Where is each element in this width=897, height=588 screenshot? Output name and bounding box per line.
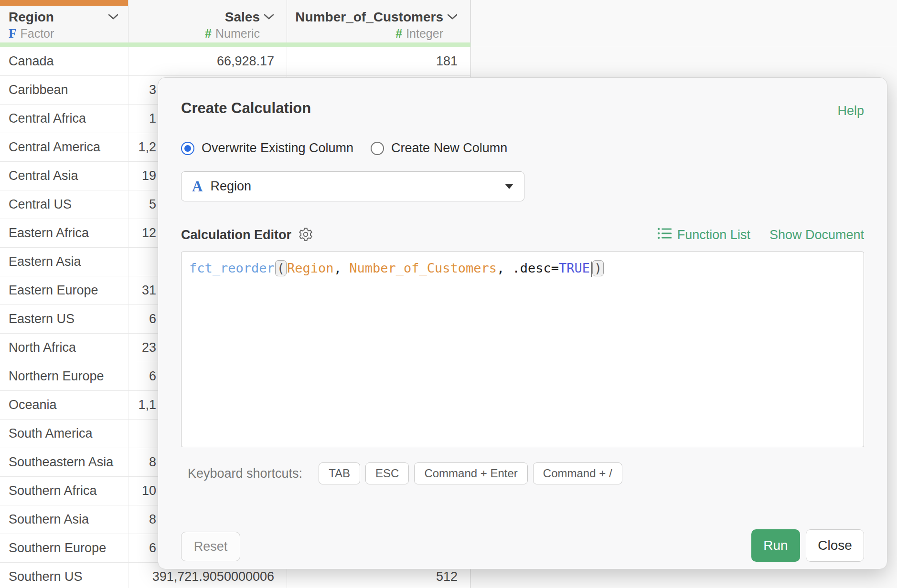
code-token-column: Region — [287, 261, 334, 275]
chevron-down-icon[interactable] — [108, 13, 118, 21]
region-cell: Southeastern Asia — [9, 455, 113, 470]
region-cell: Central US — [9, 197, 72, 212]
column-header-sales[interactable]: Sales # Numeric — [128, 0, 287, 42]
keyboard-shortcut-key: Command + / — [533, 462, 622, 484]
keyboard-shortcuts: Keyboard shortcuts: TABESCCommand + Ente… — [188, 462, 622, 484]
radio-label: Create New Column — [391, 141, 507, 156]
region-cell: Oceania — [9, 398, 57, 412]
calculation-editor[interactable]: fct_reorder(Region, Number_of_Customers,… — [181, 252, 864, 447]
sales-cell: 6 — [128, 312, 156, 326]
keyboard-shortcut-key: ESC — [365, 462, 409, 484]
selected-column-accent-bar — [0, 0, 128, 6]
code-token-plain: , — [334, 261, 350, 275]
sales-cell: 3 — [128, 83, 156, 97]
column-type-label: Factor — [21, 27, 54, 41]
region-cell: Caribbean — [9, 83, 68, 97]
column-type: # Numeric — [205, 27, 260, 40]
region-cell: Southern Asia — [9, 512, 89, 527]
region-cell: North Africa — [9, 340, 76, 355]
function-list-link[interactable]: Function List — [657, 227, 750, 243]
column-header-number-of-customers[interactable]: Number_of_Customers # Integer — [287, 0, 470, 42]
show-document-link[interactable]: Show Document — [769, 228, 864, 242]
radio-label: Overwrite Existing Column — [202, 141, 353, 156]
region-cell: Southern US — [9, 569, 83, 584]
region-cell: Central Asia — [9, 168, 78, 183]
radio-selected-icon[interactable] — [181, 142, 194, 155]
region-cell: Central Africa — [9, 111, 86, 126]
run-button[interactable]: Run — [751, 529, 800, 562]
sales-cell: 12 — [128, 226, 156, 241]
chevron-down-icon[interactable] — [264, 13, 274, 21]
target-column-mode: Overwrite Existing Column Create New Col… — [181, 141, 507, 156]
dialog-title: Create Calculation — [181, 100, 311, 117]
calculation-editor-header: Calculation Editor Function List — [181, 227, 864, 243]
sales-cell: 1 — [128, 111, 156, 126]
customers-cell: 181 — [436, 54, 458, 69]
column-type: # Integer — [295, 27, 443, 40]
sales-cell: 23 — [128, 340, 156, 355]
code-token-plain: , — [497, 261, 513, 275]
code-token-column: Number_of_Customers — [349, 261, 497, 275]
column-select-value: Region — [210, 179, 251, 194]
code-token-plain: .desc= — [513, 261, 559, 275]
sales-cell: 8 — [128, 512, 156, 527]
table-row[interactable]: Canada 66,928.17 181 — [0, 47, 470, 76]
function-list-label: Function List — [677, 228, 750, 242]
region-cell: Northern Europe — [9, 369, 104, 384]
customers-cell: 512 — [436, 569, 458, 584]
region-cell: Southern Africa — [9, 483, 97, 498]
header-bottom-divider — [470, 47, 897, 47]
calculation-expression[interactable]: fct_reorder(Region, Number_of_Customers,… — [189, 259, 856, 278]
region-cell: Eastern Africa — [9, 226, 89, 241]
column-title: Sales — [205, 10, 260, 25]
sales-cell: 19 — [128, 168, 156, 183]
column-select[interactable]: A Region — [181, 171, 524, 201]
keyboard-shortcut-key: Command + Enter — [414, 462, 527, 484]
sales-cell: 66,928.17 — [217, 54, 274, 69]
create-new-column-option[interactable]: Create New Column — [371, 141, 507, 156]
column-header-region[interactable]: Region F Factor — [0, 0, 128, 42]
help-link[interactable]: Help — [837, 104, 864, 118]
code-token-function: fct_reorder — [189, 261, 275, 275]
integer-type-icon: # — [395, 27, 402, 41]
editor-settings-button[interactable] — [298, 227, 313, 243]
code-token-paren: ) — [592, 260, 604, 276]
region-cell: Eastern Europe — [9, 283, 98, 298]
keyboard-shortcuts-label: Keyboard shortcuts: — [188, 466, 302, 481]
radio-unselected-icon[interactable] — [371, 142, 384, 155]
factor-type-icon: F — [9, 26, 17, 41]
sales-cell: 6 — [128, 541, 156, 556]
text-cursor — [591, 262, 592, 277]
region-cell: Central America — [9, 140, 100, 155]
keyboard-shortcut-key: TAB — [319, 462, 360, 484]
numeric-type-icon: # — [205, 27, 212, 41]
shortcut-key-list: TABESCCommand + EnterCommand + / — [319, 462, 622, 484]
sales-cell: 31 — [128, 283, 156, 298]
close-button[interactable]: Close — [806, 529, 864, 562]
column-type-label: Numeric — [215, 27, 260, 41]
column-type-label: Integer — [406, 27, 443, 41]
column-title: Region — [9, 10, 54, 25]
create-calculation-dialog: Create Calculation Help Overwrite Existi… — [158, 77, 887, 569]
region-cell: Canada — [9, 54, 54, 69]
sales-cell: 10 — [128, 483, 156, 498]
reset-button[interactable]: Reset — [181, 532, 240, 561]
overwrite-existing-column-option[interactable]: Overwrite Existing Column — [181, 141, 353, 156]
sales-cell: 5 — [128, 197, 156, 212]
gear-icon — [298, 227, 313, 243]
chevron-down-icon[interactable] — [447, 13, 458, 21]
sales-cell: 1,1 — [128, 398, 156, 412]
sales-cell: 1,2 — [128, 140, 156, 155]
sales-cell: 391,721.9050000006 — [152, 569, 274, 584]
dropdown-caret-icon — [505, 184, 513, 189]
region-cell: Southern Europe — [9, 541, 106, 556]
code-token-paren: ( — [275, 260, 287, 276]
table-header-row: Region F Factor Sales # Numeric — [0, 0, 470, 42]
region-cell: South America — [9, 426, 93, 441]
calculation-editor-label: Calculation Editor — [181, 228, 291, 242]
header-highlight-bar — [0, 42, 470, 47]
show-document-label: Show Document — [769, 228, 864, 242]
code-token-boolean: TRUE — [559, 261, 590, 275]
region-cell: Eastern Asia — [9, 254, 81, 269]
column-title: Number_of_Customers — [295, 10, 443, 25]
